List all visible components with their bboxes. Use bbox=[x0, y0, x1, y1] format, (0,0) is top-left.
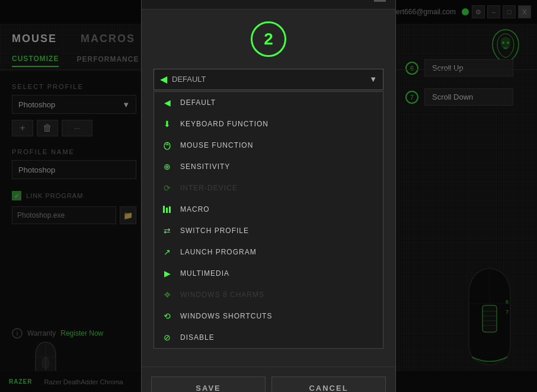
menu-item-macro-label: MACRO bbox=[180, 205, 210, 213]
modal-overlay: BUTTON ASSIGNMENT X 2 ◀ DEFAULT ▼ ◀ DEFA… bbox=[0, 0, 537, 392]
svg-rect-15 bbox=[166, 208, 168, 213]
menu-item-mouse-label: MOUSE FUNCTION bbox=[180, 141, 253, 149]
menu-item-switch[interactable]: ⇄ SWITCH PROFILE bbox=[154, 220, 383, 241]
disable-menu-icon: ⊘ bbox=[161, 332, 173, 343]
dialog-body: 2 ◀ DEFAULT ▼ ◀ DEFAULT ⬇ KEYBOA bbox=[142, 9, 395, 361]
menu-list: ◀ DEFAULT ⬇ KEYBOARD FUNCTION bbox=[154, 91, 383, 349]
win8charms-menu-icon: ❖ bbox=[161, 289, 173, 301]
menu-item-disable-label: DISABLE bbox=[180, 333, 215, 342]
sensitivity-menu-icon: ⊕ bbox=[161, 161, 173, 173]
menu-item-winshortcuts[interactable]: ⟲ WINDOWS SHORTCUTS bbox=[154, 305, 383, 327]
menu-item-macro[interactable]: MACRO bbox=[154, 199, 383, 220]
winshortcuts-menu-icon: ⟲ bbox=[161, 310, 173, 322]
menu-item-default-label: DEFAULT bbox=[180, 98, 216, 107]
dialog-header: BUTTON ASSIGNMENT X bbox=[142, 0, 395, 9]
menu-item-default[interactable]: ◀ DEFAULT bbox=[154, 92, 383, 113]
menu-item-multimedia[interactable]: ▶ MULTIMEDIA bbox=[154, 263, 383, 284]
menu-item-launch[interactable]: ↗ LAUNCH PROGRAM bbox=[154, 241, 383, 263]
dropdown-arrow-icon: ▼ bbox=[369, 75, 377, 84]
default-label: ◀ DEFAULT bbox=[160, 74, 206, 85]
menu-item-keyboard[interactable]: ⬇ KEYBOARD FUNCTION bbox=[154, 113, 383, 135]
menu-item-keyboard-label: KEYBOARD FUNCTION bbox=[180, 120, 268, 128]
interdevice-menu-icon: ⟳ bbox=[161, 182, 173, 194]
macro-menu-icon bbox=[161, 203, 173, 215]
menu-item-sensitivity[interactable]: ⊕ SENSITIVITY bbox=[154, 156, 383, 177]
cancel-button[interactable]: CANCEL bbox=[271, 377, 386, 393]
dialog-footer: SAVE CANCEL bbox=[142, 366, 395, 393]
menu-item-interdevice-label: INTER-DEVICE bbox=[180, 184, 238, 192]
menu-item-interdevice: ⟳ INTER-DEVICE bbox=[154, 177, 383, 199]
menu-item-winshortcuts-label: WINDOWS SHORTCUTS bbox=[180, 312, 272, 320]
multimedia-menu-icon: ▶ bbox=[161, 267, 173, 279]
default-menu-icon: ◀ bbox=[161, 97, 173, 109]
menu-item-win8charms: ❖ WINDOWS 8 CHARMS bbox=[154, 284, 383, 305]
menu-item-multimedia-label: MULTIMEDIA bbox=[180, 269, 229, 278]
launch-menu-icon: ↗ bbox=[161, 246, 173, 258]
menu-item-disable[interactable]: ⊘ DISABLE bbox=[154, 327, 383, 348]
default-arrow-icon: ◀ bbox=[160, 74, 167, 85]
menu-item-win8charms-label: WINDOWS 8 CHARMS bbox=[180, 291, 264, 299]
default-selected-text: DEFAULT bbox=[172, 75, 206, 84]
switch-menu-icon: ⇄ bbox=[161, 225, 173, 237]
menu-item-launch-label: LAUNCH PROGRAM bbox=[180, 248, 257, 256]
mouse-menu-icon bbox=[161, 139, 173, 151]
menu-item-mouse[interactable]: MOUSE FUNCTION bbox=[154, 135, 383, 156]
save-button[interactable]: SAVE bbox=[151, 377, 266, 393]
menu-item-sensitivity-label: SENSITIVITY bbox=[180, 162, 230, 171]
svg-rect-16 bbox=[169, 206, 171, 213]
default-dropdown[interactable]: ◀ DEFAULT ▼ bbox=[154, 69, 383, 90]
svg-rect-14 bbox=[163, 206, 165, 213]
button-number-display: 2 bbox=[251, 21, 286, 57]
menu-item-switch-label: SWITCH PROFILE bbox=[180, 227, 249, 235]
button-assignment-dialog: BUTTON ASSIGNMENT X 2 ◀ DEFAULT ▼ ◀ DEFA… bbox=[141, 0, 396, 392]
keyboard-menu-icon: ⬇ bbox=[161, 118, 173, 130]
dialog-close-button[interactable]: X bbox=[374, 0, 386, 2]
